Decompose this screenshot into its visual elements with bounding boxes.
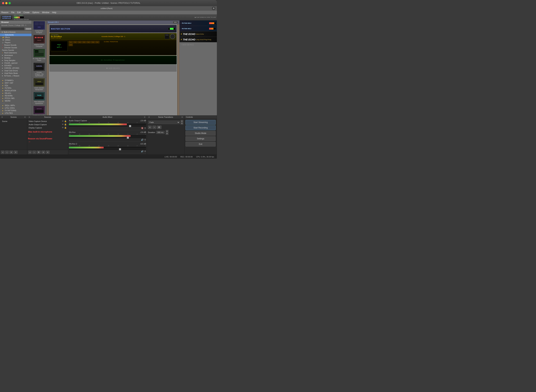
close-button[interactable] [2,2,4,4]
mixer-ch2-mute-btn[interactable]: 🔊 [141,150,143,153]
source-display-capture[interactable]: Display Capture 👁 🔒 [28,126,67,129]
menu-reason[interactable]: Reason [1,11,8,14]
sidebar-item-lfos[interactable]: LFOs / ENVs [0,107,32,109]
mix-button[interactable]: MIX [173,21,178,23]
sidebar-item-umpf-club[interactable]: Umpf Club Drums [0,70,32,72]
reason-settings-icon[interactable]: ⚙ [212,6,216,10]
sidebar-item-rack-extensions[interactable]: Rack Extensions [0,51,32,54]
instrument-europa[interactable]: EUROPA Europa Shapes...ing Synthesizer [32,62,46,77]
sidebar-item-umpf-retro[interactable]: Umpf Retro Beats [0,72,32,75]
transitions-spinner-up[interactable]: ▲ [180,120,183,122]
sidebar-item-stevesauve[interactable]: stevesauve [0,54,32,57]
source-video-capture[interactable]: Video Capture Device 👁 🔒 [28,120,67,123]
sidebar-item-reason-sounds[interactable]: Reason Sounds [0,44,32,47]
menu-window[interactable]: Window [42,11,49,14]
start-recording-btn[interactable]: Start Recording [185,125,216,130]
sidebar-item-delays[interactable]: DELAYs [0,92,32,94]
octo-knob[interactable] [170,34,175,39]
mixer-ch0-settings-btn[interactable]: ⚙ [144,127,146,129]
hardware-interface-btn[interactable]: HARDWAREINTERFACE [1,15,12,20]
sidebar-item-factory[interactable]: Factory Sounds [0,49,32,51]
scenes-down-btn[interactable]: ∨ [14,151,18,154]
mixer-ch1-thumb[interactable] [127,137,129,139]
octo-btn-5[interactable]: Pak5 [86,41,91,43]
transitions-add-btn[interactable]: + [148,126,152,129]
sidebar-item-dist-sat[interactable]: DIST / SAT [0,82,32,84]
sidebar-item-filters[interactable]: FILTERs [0,87,32,89]
studio-mode-btn[interactable]: Studio Mode [185,131,216,136]
source-display-eye-icon[interactable]: 👁 [62,126,64,129]
start-streaming-btn[interactable]: Start Streaming [185,120,216,125]
sidebar-item-chroniatches[interactable]: CHRONI...ATCHES [0,67,32,70]
sidebar-item-weird[interactable]: WEIRD [0,100,32,102]
octo-btn-2[interactable]: Pak2 [73,41,77,43]
settings-btn[interactable]: Settings [185,136,216,141]
transitions-settings-icon[interactable]: ⚙ [148,116,150,118]
mixer-ch1-settings-btn[interactable]: ⚙ [144,139,146,141]
scenes-settings-icon[interactable]: ⚙ [1,116,3,118]
sidebar-item-eqs[interactable]: EQs [0,84,32,87]
sidebar-item-pitch[interactable]: PITCH / IMG [0,97,32,100]
transitions-lock-icon[interactable]: ⚙ [181,116,183,118]
search-input[interactable] [1,27,24,30]
sidebar-item-modulation[interactable]: MODULATION [0,89,32,92]
transitions-spinner-down[interactable]: ▼ [180,122,183,125]
add-device-area[interactable]: + ADD DEVICE [49,65,177,72]
sources-up-btn[interactable]: ∧ [42,151,45,154]
source-display-lock-icon[interactable]: 🔒 [64,126,67,129]
menu-create[interactable]: Create [23,11,29,14]
sidebar-item-reverbs[interactable]: REVERBs [0,94,32,97]
transitions-remove-btn[interactable]: − [152,126,156,129]
sources-down-btn[interactable]: ∨ [46,151,50,154]
sidebar-item-sounds[interactable]: SOUNDS [0,64,32,67]
audio-mixer-lock-icon[interactable]: ⚙ [144,116,145,118]
scenes-add-btn[interactable]: + [1,151,5,154]
audio-mixer-settings-icon[interactable]: ⚙ [69,116,71,118]
transitions-config-btn[interactable]: ⚙ [157,126,162,129]
instrument-octo[interactable]: Dr.Oct Dr. Octo Rex Loop Player [32,48,46,62]
maximize-button[interactable] [9,2,11,4]
transitions-select[interactable]: Fade [148,121,180,124]
browser-toggle[interactable]: ≡ [29,21,30,23]
menu-help[interactable]: Help [52,11,56,14]
instrument-subtractor[interactable]: SubTractor SubTractor Analog Synthesizer [32,105,46,115]
sources-add-btn[interactable]: + [28,151,32,154]
source-audio-eye-icon[interactable]: 👁 [62,123,64,126]
add-device-right[interactable]: + ADD DEVICE [180,42,217,47]
mixer-ch2-fader[interactable] [69,149,146,150]
duration-spinner-up[interactable]: ▲ [166,130,168,132]
sidebar-item-effects[interactable]: ⚡ Effects [0,36,32,39]
sidebar-item-desktop[interactable]: Desktop [0,57,32,59]
mixer-ch2-settings-btn[interactable]: ⚙ [144,150,146,153]
scene-item[interactable]: Scene [1,120,26,123]
octo-run-btn[interactable]: RUN [165,34,169,39]
menu-edit[interactable]: Edit [17,11,21,14]
duration-spinner-down[interactable]: ▼ [166,133,168,135]
instrument-kong[interactable]: KONG Kong Drum Designer [32,20,46,34]
mixer-ch0-fader[interactable] [69,126,146,126]
menu-options[interactable]: Options [32,11,39,14]
exit-btn[interactable]: Exit [185,142,216,147]
mixer-ch0-thumb[interactable] [129,125,131,127]
octo-btn-7[interactable]: Pak7 [95,41,99,43]
mixer-ch1-mute-btn[interactable]: 🔊 [141,139,143,141]
search-button[interactable]: Search [25,28,32,30]
instrument-thor[interactable]: THOR Thor Polysonic Synthesizer [32,91,46,105]
sources-lock-icon[interactable]: ⚙ [65,116,67,118]
source-video-lock-icon[interactable]: 🔒 [64,120,67,122]
instrument-grain[interactable]: GRAIN Grain Sample Manipulator [32,77,46,91]
sidebar-item-chordsequencer[interactable]: ChordS...quencer [0,62,32,64]
source-audio-capture[interactable]: Audio Output Capture 👁 🔒 [28,123,67,126]
sources-settings-btn[interactable]: ⚙ [37,151,41,154]
mixer-ch1-fader[interactable] [69,137,146,138]
octo-btn-3[interactable]: Pak3 [78,41,82,43]
octo-btn-8[interactable]: Pak8 [69,44,73,46]
octo-btn-6[interactable]: Pak6 [91,41,95,43]
source-video-eye-icon[interactable]: 👁 [62,120,64,122]
mixer-ch0-mute-btn[interactable]: 🔇 [141,127,143,129]
minimize-button[interactable] [5,2,8,4]
sidebar-item-ni-faves[interactable]: Ni Faves...r Reason [0,75,32,77]
sidebar-item-song-samples[interactable]: Song Samples [0,59,32,62]
sidebar-item-seqs[interactable]: SEQs / ARPs [0,104,32,107]
sidebar-item-orkester[interactable]: Orkester Sounds [0,47,32,49]
